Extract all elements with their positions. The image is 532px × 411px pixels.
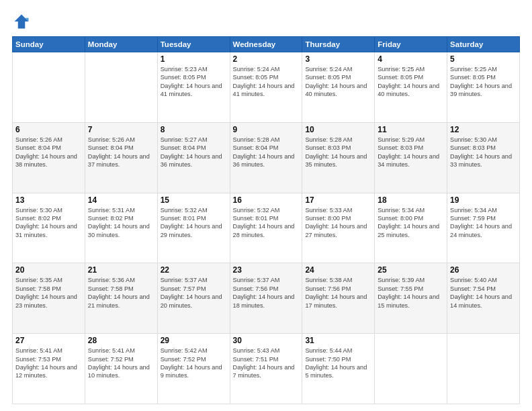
day-number: 7	[88, 125, 154, 134]
calendar-cell	[13, 52, 85, 123]
day-info: Sunrise: 5:25 AM Sunset: 8:05 PM Dayligh…	[378, 65, 444, 99]
day-info: Sunrise: 5:33 AM Sunset: 8:00 PM Dayligh…	[305, 206, 371, 240]
calendar-cell	[375, 334, 447, 404]
calendar-cell: 9Sunrise: 5:28 AM Sunset: 8:04 PM Daylig…	[230, 122, 302, 193]
day-number: 27	[15, 336, 82, 345]
calendar-week-row: 6Sunrise: 5:26 AM Sunset: 8:04 PM Daylig…	[13, 122, 520, 193]
day-info: Sunrise: 5:44 AM Sunset: 7:50 PM Dayligh…	[305, 347, 371, 380]
calendar-cell: 1Sunrise: 5:23 AM Sunset: 8:05 PM Daylig…	[157, 52, 230, 123]
day-info: Sunrise: 5:24 AM Sunset: 8:05 PM Dayligh…	[233, 65, 300, 99]
day-info: Sunrise: 5:26 AM Sunset: 8:04 PM Dayligh…	[15, 136, 82, 169]
calendar-cell: 25Sunrise: 5:39 AM Sunset: 7:55 PM Dayli…	[375, 263, 447, 334]
weekday-header: Friday	[375, 37, 447, 52]
day-number: 20	[15, 265, 82, 275]
day-number: 25	[378, 265, 444, 275]
calendar-cell: 16Sunrise: 5:32 AM Sunset: 8:01 PM Dayli…	[230, 193, 302, 263]
day-info: Sunrise: 5:26 AM Sunset: 8:04 PM Dayligh…	[88, 136, 154, 169]
header	[12, 12, 520, 31]
calendar-cell: 20Sunrise: 5:35 AM Sunset: 7:58 PM Dayli…	[13, 263, 85, 334]
day-info: Sunrise: 5:27 AM Sunset: 8:04 PM Dayligh…	[161, 136, 227, 169]
calendar-cell: 12Sunrise: 5:30 AM Sunset: 8:03 PM Dayli…	[447, 122, 520, 193]
day-info: Sunrise: 5:43 AM Sunset: 7:51 PM Dayligh…	[233, 347, 300, 380]
calendar-cell: 22Sunrise: 5:37 AM Sunset: 7:57 PM Dayli…	[157, 263, 230, 334]
weekday-header: Monday	[85, 37, 157, 52]
day-number: 26	[450, 265, 517, 275]
day-info: Sunrise: 5:31 AM Sunset: 8:02 PM Dayligh…	[88, 206, 154, 240]
day-number: 12	[450, 125, 517, 134]
calendar-cell: 8Sunrise: 5:27 AM Sunset: 8:04 PM Daylig…	[157, 122, 230, 193]
day-info: Sunrise: 5:34 AM Sunset: 8:00 PM Dayligh…	[378, 206, 444, 240]
day-number: 21	[88, 265, 154, 275]
day-number: 30	[233, 336, 300, 345]
calendar-cell: 14Sunrise: 5:31 AM Sunset: 8:02 PM Dayli…	[85, 193, 157, 263]
day-info: Sunrise: 5:32 AM Sunset: 8:01 PM Dayligh…	[233, 206, 300, 240]
calendar-cell: 7Sunrise: 5:26 AM Sunset: 8:04 PM Daylig…	[85, 122, 157, 193]
day-info: Sunrise: 5:28 AM Sunset: 8:04 PM Dayligh…	[233, 136, 300, 169]
day-number: 18	[378, 195, 444, 205]
day-info: Sunrise: 5:41 AM Sunset: 7:53 PM Dayligh…	[15, 347, 82, 380]
calendar-cell: 29Sunrise: 5:42 AM Sunset: 7:52 PM Dayli…	[157, 334, 230, 404]
day-info: Sunrise: 5:38 AM Sunset: 7:56 PM Dayligh…	[305, 276, 371, 310]
day-number: 8	[161, 125, 227, 134]
day-info: Sunrise: 5:42 AM Sunset: 7:52 PM Dayligh…	[161, 347, 227, 380]
calendar-cell: 31Sunrise: 5:44 AM Sunset: 7:50 PM Dayli…	[302, 334, 375, 404]
calendar-cell: 21Sunrise: 5:36 AM Sunset: 7:58 PM Dayli…	[85, 263, 157, 334]
day-info: Sunrise: 5:34 AM Sunset: 7:59 PM Dayligh…	[450, 206, 517, 240]
day-number: 24	[305, 265, 371, 275]
calendar-cell: 2Sunrise: 5:24 AM Sunset: 8:05 PM Daylig…	[230, 52, 302, 123]
weekday-header: Thursday	[302, 37, 375, 52]
day-number: 14	[88, 195, 154, 205]
svg-marker-0	[15, 15, 29, 29]
calendar-cell: 23Sunrise: 5:37 AM Sunset: 7:56 PM Dayli…	[230, 263, 302, 334]
day-info: Sunrise: 5:32 AM Sunset: 8:01 PM Dayligh…	[161, 206, 227, 240]
day-number: 6	[15, 125, 82, 134]
calendar-cell: 19Sunrise: 5:34 AM Sunset: 7:59 PM Dayli…	[447, 193, 520, 263]
calendar-cell: 3Sunrise: 5:24 AM Sunset: 8:05 PM Daylig…	[302, 52, 375, 123]
day-info: Sunrise: 5:36 AM Sunset: 7:58 PM Dayligh…	[88, 276, 154, 310]
calendar-cell: 26Sunrise: 5:40 AM Sunset: 7:54 PM Dayli…	[447, 263, 520, 334]
calendar-cell: 17Sunrise: 5:33 AM Sunset: 8:00 PM Dayli…	[302, 193, 375, 263]
page: SundayMondayTuesdayWednesdayThursdayFrid…	[0, 0, 532, 411]
calendar-week-row: 20Sunrise: 5:35 AM Sunset: 7:58 PM Dayli…	[13, 263, 520, 334]
calendar-cell: 13Sunrise: 5:30 AM Sunset: 8:02 PM Dayli…	[13, 193, 85, 263]
weekday-header: Wednesday	[230, 37, 302, 52]
calendar-cell: 30Sunrise: 5:43 AM Sunset: 7:51 PM Dayli…	[230, 334, 302, 404]
calendar-cell: 15Sunrise: 5:32 AM Sunset: 8:01 PM Dayli…	[157, 193, 230, 263]
calendar-cell: 28Sunrise: 5:41 AM Sunset: 7:52 PM Dayli…	[85, 334, 157, 404]
day-number: 15	[161, 195, 227, 205]
day-info: Sunrise: 5:37 AM Sunset: 7:56 PM Dayligh…	[233, 276, 300, 310]
day-number: 9	[233, 125, 300, 134]
day-number: 11	[378, 125, 444, 134]
day-info: Sunrise: 5:35 AM Sunset: 7:58 PM Dayligh…	[15, 276, 82, 310]
calendar-cell	[85, 52, 157, 123]
day-number: 10	[305, 125, 371, 134]
day-number: 13	[15, 195, 82, 205]
logo-icon	[12, 12, 31, 31]
weekday-header-row: SundayMondayTuesdayWednesdayThursdayFrid…	[13, 37, 520, 52]
day-number: 31	[305, 336, 371, 345]
day-number: 1	[161, 54, 227, 64]
calendar-week-row: 13Sunrise: 5:30 AM Sunset: 8:02 PM Dayli…	[13, 193, 520, 263]
day-info: Sunrise: 5:39 AM Sunset: 7:55 PM Dayligh…	[378, 276, 444, 310]
calendar-week-row: 27Sunrise: 5:41 AM Sunset: 7:53 PM Dayli…	[13, 334, 520, 404]
calendar-week-row: 1Sunrise: 5:23 AM Sunset: 8:05 PM Daylig…	[13, 52, 520, 123]
day-info: Sunrise: 5:41 AM Sunset: 7:52 PM Dayligh…	[88, 347, 154, 380]
calendar-cell	[447, 334, 520, 404]
calendar-cell: 11Sunrise: 5:29 AM Sunset: 8:03 PM Dayli…	[375, 122, 447, 193]
day-number: 19	[450, 195, 517, 205]
day-number: 16	[233, 195, 300, 205]
day-info: Sunrise: 5:28 AM Sunset: 8:03 PM Dayligh…	[305, 136, 371, 169]
day-info: Sunrise: 5:29 AM Sunset: 8:03 PM Dayligh…	[378, 136, 444, 169]
day-number: 2	[233, 54, 300, 64]
calendar-cell: 27Sunrise: 5:41 AM Sunset: 7:53 PM Dayli…	[13, 334, 85, 404]
day-info: Sunrise: 5:37 AM Sunset: 7:57 PM Dayligh…	[161, 276, 227, 310]
day-number: 28	[88, 336, 154, 345]
weekday-header: Sunday	[13, 37, 85, 52]
day-info: Sunrise: 5:30 AM Sunset: 8:03 PM Dayligh…	[450, 136, 517, 169]
day-info: Sunrise: 5:30 AM Sunset: 8:02 PM Dayligh…	[15, 206, 82, 240]
calendar-cell: 6Sunrise: 5:26 AM Sunset: 8:04 PM Daylig…	[13, 122, 85, 193]
calendar-cell: 4Sunrise: 5:25 AM Sunset: 8:05 PM Daylig…	[375, 52, 447, 123]
day-info: Sunrise: 5:24 AM Sunset: 8:05 PM Dayligh…	[305, 65, 371, 99]
weekday-header: Saturday	[447, 37, 520, 52]
day-number: 4	[378, 54, 444, 64]
